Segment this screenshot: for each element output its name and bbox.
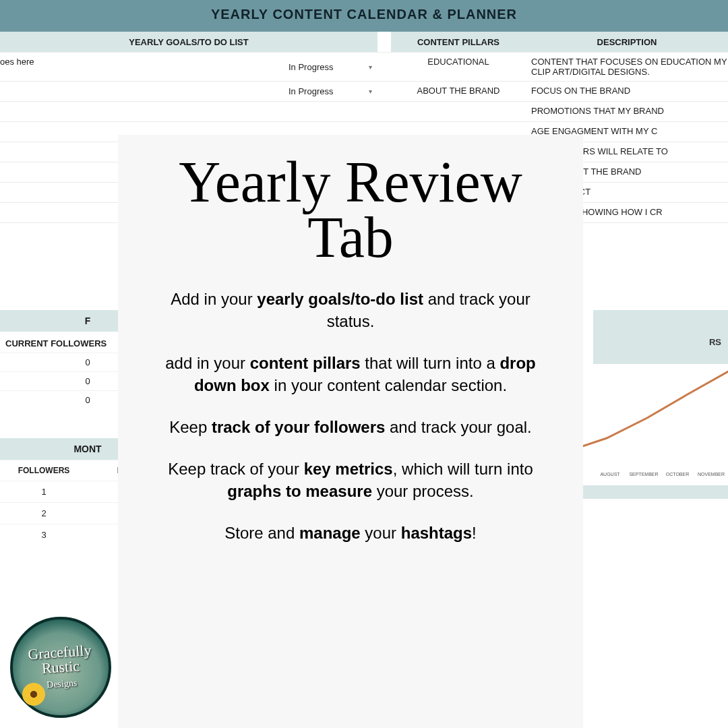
text: Keep track of your bbox=[168, 460, 303, 478]
chart-line-icon bbox=[566, 364, 728, 458]
pillar-cell[interactable] bbox=[391, 102, 526, 121]
pillar-cell[interactable]: ABOUT THE BRAND bbox=[391, 82, 526, 101]
chevron-down-icon: ▾ bbox=[369, 88, 372, 95]
chart-month: SEPTEMBER bbox=[627, 472, 661, 477]
status-dropdown[interactable]: In Progress▾ bbox=[283, 53, 377, 81]
text: ! bbox=[472, 524, 477, 542]
text: your bbox=[361, 524, 401, 542]
brand-logo: Gracefully Rustic Designs bbox=[10, 617, 111, 718]
right-chart-label: RS bbox=[709, 337, 721, 347]
header-pillars: CONTENT PILLARS bbox=[391, 37, 526, 47]
status-dropdown bbox=[283, 102, 377, 121]
chart-month: NOVEMBER bbox=[694, 472, 728, 477]
overlay-card: Yearly Review Tab Add in your yearly goa… bbox=[118, 135, 583, 728]
table-row: In Progress▾ABOUT THE BRANDFOCUS ON THE … bbox=[0, 81, 728, 101]
bold-text: track of your followers bbox=[212, 418, 385, 436]
text: your process. bbox=[372, 482, 474, 500]
text: in your content calendar section. bbox=[270, 376, 507, 394]
gap bbox=[377, 102, 391, 121]
text: Keep bbox=[169, 418, 212, 436]
text: , which will turn into bbox=[393, 460, 533, 478]
text: Store and bbox=[224, 524, 299, 542]
header-gap bbox=[377, 32, 391, 52]
description-cell[interactable]: FOCUS ON THE BRAND bbox=[526, 82, 728, 101]
text: Add in your bbox=[171, 290, 257, 308]
bold-text: manage bbox=[299, 524, 361, 542]
overlay-title-line2: Tab bbox=[307, 205, 394, 270]
page-title-bar: YEARLY CONTENT CALENDAR & PLANNER bbox=[0, 0, 728, 32]
overlay-para-1: Add in your yearly goals/to-do list and … bbox=[155, 289, 546, 332]
chart-month: AUGUST bbox=[593, 472, 627, 477]
overlay-title: Yearly Review Tab bbox=[155, 155, 546, 265]
gap bbox=[377, 53, 391, 81]
overlay-para-2: add in your content pillars that will tu… bbox=[155, 353, 546, 396]
overlay-para-3: Keep track of your followers and track y… bbox=[155, 417, 546, 438]
bold-text: yearly goals/to-do list bbox=[257, 290, 423, 308]
bold-text: hashtags bbox=[401, 524, 472, 542]
goal-cell[interactable] bbox=[0, 82, 283, 101]
text: that will turn into a bbox=[361, 354, 500, 372]
table-row: PROMOTIONS THAT MY BRAND bbox=[0, 101, 728, 121]
monthly-cell[interactable]: 1 bbox=[0, 481, 88, 502]
monthly-col-followers: FOLLOWERS bbox=[0, 460, 88, 481]
status-text: In Progress bbox=[289, 86, 333, 96]
goal-cell[interactable] bbox=[0, 102, 283, 121]
chart-month: OCTOBER bbox=[661, 472, 694, 477]
right-strip bbox=[559, 485, 728, 499]
header-description: DESCRIPTION bbox=[526, 37, 728, 47]
goal-cell[interactable]: oes here bbox=[0, 53, 283, 81]
chart-months-axis: LY AUGUST SEPTEMBER OCTOBER NOVEMBER bbox=[559, 472, 728, 477]
chevron-down-icon: ▾ bbox=[369, 63, 372, 71]
overlay-para-5: Store and manage your hashtags! bbox=[155, 522, 546, 544]
right-chart-header bbox=[593, 310, 728, 364]
pillar-cell[interactable]: EDUCATIONAL bbox=[391, 53, 526, 81]
status-dropdown[interactable]: In Progress▾ bbox=[283, 82, 377, 101]
header-goals: YEARLY GOALS/TO DO LIST bbox=[0, 37, 377, 47]
bold-text: graphs to measure bbox=[227, 482, 372, 500]
status-text: In Progress bbox=[289, 62, 333, 72]
table-row: oes hereIn Progress▾EDUCATIONALCONTENT T… bbox=[0, 52, 728, 81]
gap bbox=[377, 82, 391, 101]
overlay-para-4: Keep track of your key metrics, which wi… bbox=[155, 458, 546, 502]
logo-line: Designs bbox=[47, 677, 78, 690]
text: add in your bbox=[165, 354, 249, 372]
bold-text: content pillars bbox=[250, 354, 361, 372]
text: and track your goal. bbox=[385, 418, 531, 436]
monthly-cell[interactable]: 3 bbox=[0, 524, 88, 545]
overlay-body: Add in your yearly goals/to-do list and … bbox=[155, 289, 546, 544]
sunflower-icon bbox=[22, 683, 45, 706]
monthly-cell[interactable]: 2 bbox=[0, 503, 88, 524]
bold-text: key metrics bbox=[304, 460, 393, 478]
column-headers: YEARLY GOALS/TO DO LIST CONTENT PILLARS … bbox=[0, 32, 728, 52]
logo-line: Rustic bbox=[41, 657, 80, 677]
description-cell[interactable]: CONTENT THAT FOCUSES ON EDUCATION MY CUS… bbox=[526, 53, 728, 81]
description-cell[interactable]: PROMOTIONS THAT MY BRAND bbox=[526, 102, 728, 121]
